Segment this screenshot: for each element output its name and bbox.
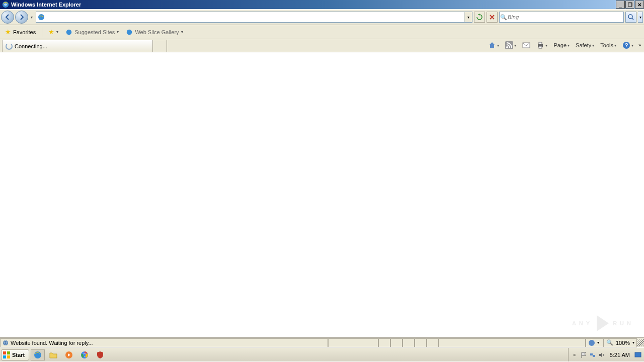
start-button[interactable]: Start [1, 349, 29, 360]
media-icon [65, 351, 73, 359]
zoom-pane[interactable]: 🔍 100% ▾ [604, 338, 637, 347]
taskbar-chrome[interactable] [77, 349, 92, 360]
status-text-pane: Website found. Waiting for reply... [0, 338, 328, 347]
home-icon [488, 41, 496, 49]
status-pane-4 [415, 338, 427, 347]
search-go-button[interactable] [625, 12, 636, 23]
home-button[interactable]: ▾ [486, 40, 501, 50]
chrome-icon [80, 351, 89, 359]
watermark: ANYRUN [572, 315, 634, 331]
svg-point-6 [506, 46, 508, 48]
page-icon [126, 29, 133, 36]
windows-logo-icon [3, 351, 11, 359]
star-icon: ★ [5, 28, 11, 36]
status-pane-1 [378, 338, 390, 347]
tray-network-icon[interactable] [589, 351, 597, 359]
tab-label: Connecting... [15, 43, 47, 49]
window-title: Windows Internet Explorer [11, 2, 615, 8]
svg-point-23 [84, 353, 86, 356]
svg-rect-17 [3, 355, 6, 358]
security-pane [439, 338, 586, 347]
suggested-sites-link[interactable]: Suggested Sites ▾ [63, 28, 121, 37]
globe-icon [3, 340, 9, 346]
svg-point-1 [38, 14, 44, 20]
status-bar: Website found. Waiting for reply... ▾ 🔍 … [0, 337, 644, 347]
loading-spinner-icon [6, 43, 13, 50]
browser-tab[interactable]: Connecting... [2, 40, 153, 52]
svg-rect-25 [593, 355, 595, 357]
search-box[interactable]: 🔍 [499, 12, 624, 23]
address-input[interactable] [46, 12, 464, 22]
taskbar-explorer[interactable] [46, 349, 60, 360]
add-favorites-button[interactable]: ★ ▾ [46, 27, 60, 37]
nav-history-dropdown[interactable]: ▾ [29, 15, 34, 20]
window-titlebar: Windows Internet Explorer _ ❐ ✕ [0, 0, 644, 9]
zoom-level: 100% [616, 340, 630, 346]
maximize-button[interactable]: ❐ [625, 1, 634, 9]
favorites-bar: ★ Favorites ★ ▾ Suggested Sites ▾ Web Sl… [0, 25, 644, 39]
zone-pane[interactable]: ▾ [586, 338, 604, 347]
minimize-button[interactable]: _ [616, 1, 625, 9]
start-label: Start [12, 352, 25, 358]
svg-rect-15 [3, 351, 6, 354]
close-button[interactable]: ✕ [635, 1, 644, 9]
back-button[interactable] [1, 11, 14, 24]
taskbar-app[interactable] [93, 349, 107, 360]
divider [42, 27, 42, 37]
command-overflow[interactable]: » [637, 43, 642, 48]
progress-pane [328, 338, 378, 347]
address-dropdown[interactable]: ▾ [464, 12, 472, 22]
stop-button[interactable] [487, 12, 498, 23]
safety-menu[interactable]: Safety▾ [574, 41, 596, 49]
search-dropdown[interactable]: ▾ [638, 12, 643, 23]
tray-desktop-icon[interactable] [634, 351, 642, 359]
page-menu[interactable]: Page▾ [551, 41, 572, 49]
svg-rect-24 [590, 353, 593, 355]
help-button[interactable]: ?▾ [620, 40, 635, 50]
search-icon: 🔍 [500, 14, 508, 21]
svg-rect-16 [7, 351, 10, 354]
svg-point-14 [589, 340, 595, 346]
tray-volume-icon[interactable] [598, 351, 606, 359]
taskbar-ie[interactable] [31, 349, 45, 360]
tray-expand[interactable]: « [571, 351, 579, 359]
svg-rect-18 [7, 355, 10, 358]
new-tab-button[interactable] [153, 40, 167, 52]
status-pane-3 [403, 338, 415, 347]
status-text: Website found. Waiting for reply... [11, 340, 93, 346]
web-slice-link[interactable]: Web Slice Gallery ▾ [124, 28, 185, 37]
system-tray: « 5:21 AM [568, 348, 644, 361]
tools-menu[interactable]: Tools▾ [598, 41, 618, 49]
status-pane-5 [427, 338, 439, 347]
svg-point-2 [628, 15, 632, 19]
status-pane-2 [390, 338, 403, 347]
tab-bar: Connecting... ▾ ▾ ▾ Page▾ Safety▾ Tools▾… [0, 39, 644, 52]
page-icon [37, 13, 45, 21]
svg-point-4 [127, 29, 132, 35]
help-icon: ? [622, 41, 630, 49]
tray-flag-icon[interactable] [580, 351, 588, 359]
taskbar-media[interactable] [62, 349, 76, 360]
svg-rect-10 [539, 46, 542, 48]
refresh-button[interactable] [474, 12, 485, 23]
resize-grip[interactable] [637, 339, 644, 346]
read-mail-button[interactable] [520, 41, 532, 50]
svg-rect-9 [539, 42, 542, 44]
mail-icon [522, 42, 530, 49]
search-input[interactable] [508, 14, 623, 20]
web-slice-label: Web Slice Gallery [135, 29, 179, 35]
ie-icon [2, 1, 9, 8]
print-icon [536, 41, 544, 49]
feeds-button[interactable]: ▾ [503, 40, 518, 50]
forward-button[interactable] [15, 11, 28, 24]
svg-rect-26 [635, 352, 641, 357]
star-add-icon: ★ [48, 28, 54, 36]
favorites-button[interactable]: ★ Favorites [3, 27, 38, 37]
taskbar-clock[interactable]: 5:21 AM [607, 352, 633, 358]
print-button[interactable]: ▾ [534, 40, 549, 50]
zone-icon [588, 339, 595, 346]
command-bar: ▾ ▾ ▾ Page▾ Safety▾ Tools▾ ?▾ » [486, 40, 642, 50]
address-bar[interactable]: ▾ [36, 12, 472, 23]
svg-text:?: ? [625, 42, 628, 48]
folder-icon [49, 351, 57, 359]
